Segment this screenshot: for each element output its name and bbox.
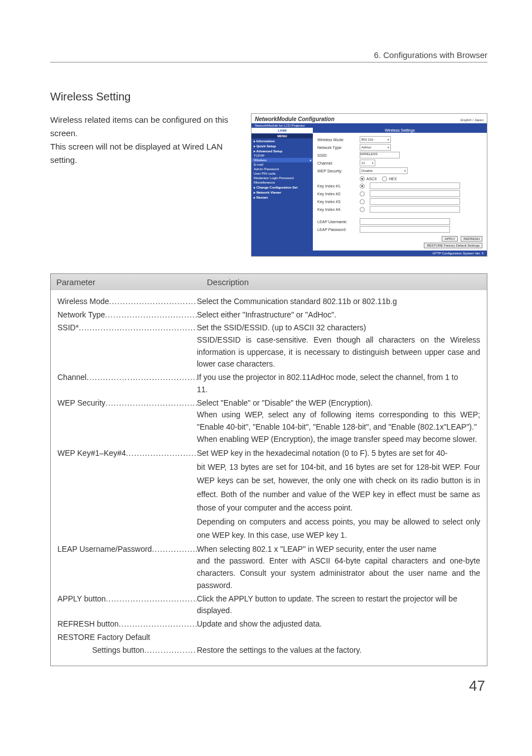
- sidebar-item[interactable]: User PIN code: [252, 171, 313, 176]
- label-ssid: SSID:: [317, 153, 356, 157]
- param-entry: REFRESH button .........................…: [57, 618, 480, 630]
- select-wep[interactable]: Disable: [360, 167, 408, 174]
- sidebar-item[interactable]: E-mail: [252, 162, 313, 167]
- label-wep: WEP Security:: [317, 169, 356, 173]
- input-key4[interactable]: [370, 206, 460, 213]
- param-desc: If you use the projector in 802.11AdHoc …: [197, 372, 480, 384]
- intro-row: Wireless related items can be configured…: [50, 113, 487, 257]
- param-desc-cont: Depending on computers and access points…: [197, 515, 480, 542]
- radio-key4[interactable]: [360, 207, 365, 212]
- radio-key2[interactable]: [360, 191, 365, 196]
- restore-button[interactable]: RESTORE Factory Default Settings: [424, 243, 482, 248]
- input-leap-pass[interactable]: [360, 226, 450, 233]
- select-wireless-mode[interactable]: 802.11b: [360, 136, 391, 143]
- config-screenshot: NetworkModule Configuration English / Ja…: [251, 113, 487, 257]
- param-name: APPLY button: [57, 593, 106, 605]
- param-desc-cont: When enabling WEP (Encryption), the imag…: [197, 434, 480, 446]
- sidebar-item[interactable]: Wireless: [252, 158, 313, 162]
- select-network-type[interactable]: AdHoc: [360, 144, 391, 151]
- select-channel[interactable]: 11: [360, 160, 375, 166]
- radio-key1[interactable]: [360, 184, 365, 189]
- sidebar-item[interactable]: ▸ Quick Setup: [252, 143, 313, 148]
- param-desc-cont: SSID/ESSID is case-sensitive. Even thoug…: [197, 334, 480, 370]
- sidebar-item[interactable]: ▸ Network Viewer: [252, 190, 313, 195]
- dots: ........................................…: [105, 309, 197, 321]
- param-desc: Set the SSID/ESSID. (up to ASCII 32 char…: [197, 322, 480, 334]
- param-desc: Select "Enable" or "Disable" the WEP (En…: [197, 397, 480, 410]
- param-entry: Channel ................................…: [57, 372, 480, 396]
- page: 6. Configurations with Browser Wireless …: [0, 0, 532, 717]
- refresh-button[interactable]: REFRESH: [461, 236, 482, 242]
- dots: ........................................…: [105, 397, 197, 410]
- sidebar-item[interactable]: ▸ Change Configuration Set: [252, 185, 313, 190]
- label-wireless-mode: Wireless Mode:: [317, 138, 356, 142]
- label-key3: Key Index #3:: [317, 200, 356, 204]
- input-key1[interactable]: [370, 182, 460, 189]
- dots: ........................................…: [106, 593, 197, 605]
- sidebar-item[interactable]: TCP/IP: [252, 153, 313, 158]
- apply-button[interactable]: APPLY: [442, 236, 458, 242]
- radio-key3[interactable]: [360, 199, 365, 204]
- input-leap-user[interactable]: [360, 218, 450, 225]
- sidebar-item[interactable]: ▸ Advanced Setup: [252, 148, 313, 153]
- intro-text: Wireless related items can be configured…: [50, 113, 240, 167]
- param-desc-cont: When using WEP, select any of following …: [197, 409, 480, 433]
- dots: ........................................…: [86, 372, 197, 384]
- label-network-type: Network Type:: [317, 146, 356, 150]
- param-name: WEP Key#1–Key#4: [57, 446, 126, 460]
- sidebar-item[interactable]: Moderator Login Password: [252, 176, 313, 180]
- input-ssid[interactable]: WIRELESS: [360, 152, 400, 158]
- param-desc-cont: displayed.: [197, 605, 480, 617]
- chapter-title: 6. Configurations with Browser: [50, 50, 487, 62]
- sidebar-item[interactable]: ▸ Information: [252, 138, 313, 143]
- param-entry: Wireless Mode ..........................…: [57, 296, 480, 308]
- input-key3[interactable]: [370, 198, 460, 205]
- screenshot-subtitle: NetworkModule for LCD Projector: [252, 123, 487, 128]
- label-leap-pass: LEAP Password:: [317, 228, 356, 232]
- intro-line-2: This screen will not be displayed at Wir…: [50, 142, 223, 165]
- param-desc: Select the Communication standard 802.11…: [197, 296, 480, 308]
- screenshot-title: NetworkModule Configuration: [255, 116, 335, 122]
- dots: ........................................…: [119, 618, 197, 630]
- screenshot-main: Wireless Settings Wireless Mode:802.11b …: [313, 128, 487, 251]
- dots: ........................................…: [144, 644, 197, 657]
- label-key2: Key Index #2:: [317, 192, 356, 196]
- main-header: Wireless Settings: [313, 128, 487, 133]
- param-desc-cont: 11.: [197, 384, 480, 396]
- label-key1: Key Index #1:: [317, 184, 356, 188]
- param-entry: APPLY button ...........................…: [57, 593, 480, 617]
- param-entry: Network Type ...........................…: [57, 309, 480, 321]
- sidebar-item[interactable]: Miscellaneous: [252, 180, 313, 185]
- param-desc-cont: bit WEP, 13 bytes are set for 104-bit, a…: [197, 460, 480, 515]
- screenshot-lang: English / Japan: [461, 118, 483, 122]
- screenshot-sidebar: LAN6 MENU ▸ Information▸ Quick Setup▸ Ad…: [252, 128, 313, 251]
- param-entry: WEP Security ...........................…: [57, 397, 480, 446]
- param-name: Network Type: [57, 309, 105, 321]
- param-desc: Update and show the adjusted data.: [197, 618, 480, 630]
- header-rule: 6. Configurations with Browser: [50, 50, 487, 62]
- dots: ........................................…: [79, 322, 197, 334]
- label-hex: HEX: [389, 177, 396, 181]
- param-name: SSID*: [57, 322, 79, 334]
- param-name: Wireless Mode: [57, 296, 109, 308]
- label-key4: Key Index #4:: [317, 208, 356, 211]
- input-key2[interactable]: [370, 190, 460, 197]
- param-desc: Restore the settings to the values at th…: [197, 644, 480, 657]
- label-ascii: ASCII: [366, 177, 376, 181]
- intro-line-1: Wireless related items can be configured…: [50, 115, 228, 138]
- page-number: 47: [50, 677, 487, 695]
- label-leap-user: LEAP Username:: [317, 220, 356, 224]
- col-description: Description: [201, 274, 487, 290]
- parameter-body: Wireless Mode ..........................…: [51, 290, 487, 666]
- parameter-table: Parameter Description Wireless Mode ....…: [50, 273, 487, 666]
- param-entry: SSID* ..................................…: [57, 322, 480, 370]
- radio-ascii[interactable]: [360, 176, 365, 181]
- param-entry: LEAP Username/Password .................…: [57, 543, 480, 592]
- radio-hex[interactable]: [382, 176, 387, 181]
- param-desc: Select either "Infrastructure" or "AdHoc…: [197, 309, 480, 321]
- sidebar-item[interactable]: ▸ Restart: [252, 195, 313, 200]
- side-header: LAN6: [252, 128, 313, 134]
- param-entry: RESTORE Factory Default: [57, 632, 480, 644]
- sidebar-item[interactable]: Admin Password: [252, 167, 313, 171]
- param-name: Channel: [57, 372, 86, 384]
